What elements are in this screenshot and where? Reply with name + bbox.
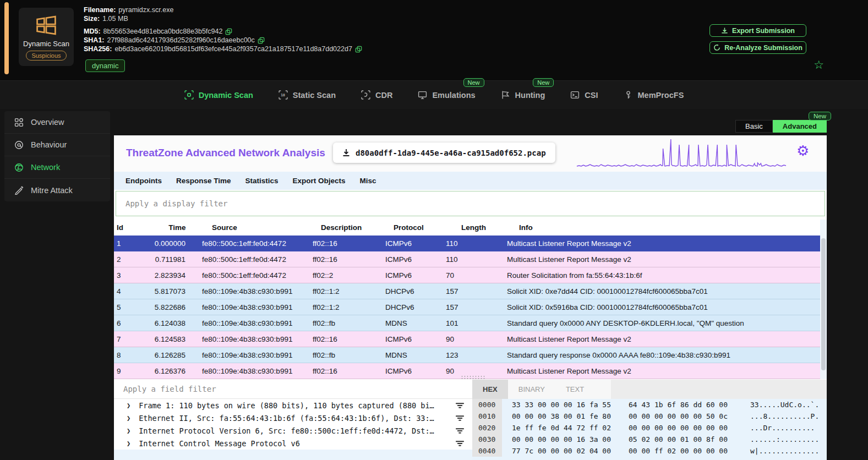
cell-description: ff02::16 [313, 367, 385, 375]
cell-id: 8 [114, 351, 152, 359]
table-scrollbar-thumb[interactable] [821, 238, 826, 370]
display-filter-input[interactable] [116, 191, 825, 216]
apply-filter-icon[interactable] [455, 414, 465, 422]
sidebar-item-behaviour[interactable]: Behaviour [4, 134, 110, 156]
export-submission-button[interactable]: Export Submission [709, 24, 806, 37]
apply-filter-icon[interactable] [455, 427, 465, 435]
mitre-icon [14, 185, 24, 195]
cell-length: 110 [446, 239, 507, 248]
tab-misc[interactable]: Misc [353, 177, 384, 185]
packet-row-7[interactable]: 76.124583fe80::109e:4b38:c930:b991ff02::… [114, 331, 820, 347]
hex-view-tab-binary[interactable]: BINARY [508, 380, 555, 399]
hex-bytes-1: 1e ff fe 0d 44 72 ff 02 [512, 424, 612, 432]
cell-id: 7 [114, 335, 152, 343]
protocol-tree-row-3[interactable]: ❯Internet Protocol Version 6, Src: fe80:… [114, 424, 472, 437]
cell-source: fe80::500c:1eff:fe0d:4472 [202, 239, 313, 248]
cell-description: ff02::16 [313, 239, 385, 248]
cell-description: ff02::fb [313, 351, 385, 359]
favorite-star-icon[interactable]: ☆ [814, 58, 824, 72]
cell-time: 6.126376 [152, 367, 202, 375]
tab-endpoints[interactable]: Endpoints [125, 177, 169, 185]
copy-md5-icon[interactable] [225, 28, 232, 35]
protocol-tree-row-2[interactable]: ❯Ethernet II, Src: fa:55:64:43:1b:6f (fa… [114, 412, 472, 424]
column-header-source[interactable]: Source [202, 223, 313, 232]
copy-sha1-icon[interactable] [258, 37, 265, 44]
sidebar-item-network[interactable]: Network [4, 156, 110, 179]
field-filter-input[interactable] [114, 380, 472, 399]
cell-description: ff02::1:2 [313, 287, 385, 295]
sidebar-item-label: Overview [31, 118, 64, 127]
column-header-id[interactable]: Id [114, 223, 152, 232]
sidebar-item-mitre-attack[interactable]: Mitre Attack [4, 179, 110, 201]
hex-view-tab-hex[interactable]: HEX [472, 380, 508, 399]
packet-row-6[interactable]: 66.124038fe80::109e:4b38:c930:b991ff02::… [114, 315, 820, 331]
copy-sha256-icon[interactable] [355, 46, 362, 53]
cell-length: 70 [446, 271, 507, 280]
cell-info: Multicast Listener Report Message v2 [507, 335, 820, 343]
hex-bytes-2: 64 43 1b 6f 86 dd 60 00 [629, 401, 728, 409]
tab-statistics[interactable]: Statistics [238, 177, 286, 185]
column-header-protocol[interactable]: Protocol [385, 223, 446, 232]
packet-row-2[interactable]: 20.711981fe80::500c:1eff:fe0d:4472ff02::… [114, 251, 820, 267]
mode-option-basic[interactable]: Basic [735, 120, 773, 133]
sha1-label: SHA1: [84, 36, 105, 45]
mode-option-advanced[interactable]: Advanced [773, 120, 827, 133]
protocol-tree-pane: ❯Frame 1: 110 bytes on wire (880 bits), … [114, 380, 472, 460]
cell-id: 3 [114, 271, 152, 280]
tab-response-time[interactable]: Response Time [169, 177, 238, 185]
nav-item-dynamic-scan[interactable]: Dynamic Scan [184, 90, 253, 100]
panel-resize-handle[interactable] [461, 375, 486, 380]
tab-export-objects[interactable]: Export Objects [286, 177, 353, 185]
column-header-time[interactable]: Time [152, 223, 202, 232]
cell-protocol: MDNS [385, 351, 446, 359]
column-header-description[interactable]: Description [313, 223, 385, 232]
protocol-tree-row-1[interactable]: ❯Frame 1: 110 bytes on wire (880 bits), … [114, 399, 472, 412]
sidebar-item-label: Mitre Attack [31, 186, 73, 195]
cell-time: 6.124583 [152, 335, 202, 343]
packet-row-8[interactable]: 86.126285fe80::109e:4b38:c930:b991ff02::… [114, 347, 820, 363]
hex-row-0040[interactable]: 004077 7c 00 00 00 02 04 0000 00 ff 02 0… [472, 445, 827, 457]
packet-row-4[interactable]: 45.817073fe80::109e:4b38:c930:b991ff02::… [114, 283, 820, 299]
hex-row-0010[interactable]: 001000 00 00 38 00 01 fe 8000 00 00 00 0… [472, 410, 827, 422]
sidebar-item-overview[interactable]: Overview [4, 111, 110, 134]
nav-item-csi[interactable]: CSI [570, 90, 598, 100]
cell-description: ff02::2 [313, 271, 385, 280]
nav-item-hunting[interactable]: HuntingNew [501, 90, 545, 100]
refresh-icon [713, 44, 720, 51]
hex-bytes-1: 33 33 00 00 00 16 fa 55 [512, 401, 612, 409]
pcap-download-button[interactable]: d80a0dff-1da9-445e-a46a-ca915ad0f652.pca… [333, 143, 555, 163]
reanalyze-submission-button[interactable]: Re-Analyze Submission [709, 41, 806, 54]
hex-view-tab-text[interactable]: TEXT [555, 380, 594, 399]
hex-bytes-1: 00 00 00 38 00 01 fe 80 [512, 412, 612, 420]
expand-chevron-icon[interactable]: ❯ [127, 440, 130, 447]
hex-bytes-2: 00 00 00 00 00 00 50 0c [629, 412, 728, 420]
expand-chevron-icon[interactable]: ❯ [127, 427, 130, 435]
nav-item-memprocfs[interactable]: MemProcFS [624, 90, 684, 100]
hex-row-0000[interactable]: 000033 33 00 00 00 16 fa 5564 43 1b 6f 8… [472, 399, 827, 410]
packet-row-3[interactable]: 32.823934fe80::500c:1eff:fe0d:4472ff02::… [114, 267, 820, 283]
apply-filter-icon[interactable] [455, 440, 465, 447]
nav-item-cdr[interactable]: CDR [361, 90, 392, 100]
sha1-value: 27f988ad6c42417936d25282f960c16daeebc00c [107, 36, 255, 45]
hex-row-0030[interactable]: 003000 00 00 00 00 16 3a 0005 02 00 00 0… [472, 434, 827, 445]
expand-chevron-icon[interactable]: ❯ [127, 402, 130, 409]
nav-item-emulations[interactable]: EmulationsNew [418, 90, 475, 100]
cell-time: 5.822686 [152, 303, 202, 311]
column-header-length[interactable]: Length [446, 223, 507, 232]
hex-bytes-1: 00 00 00 00 00 16 3a 00 [512, 435, 612, 443]
cell-length: 110 [446, 255, 507, 264]
dynamic-tag[interactable]: dynamic [85, 59, 125, 72]
emulations-icon [418, 90, 427, 100]
protocol-tree-row-4[interactable]: ❯Internet Control Message Protocol v6 [114, 437, 472, 450]
cell-source: fe80::500c:1eff:fe0d:4472 [202, 271, 313, 280]
nav-item-static-scan[interactable]: 10Static Scan [279, 90, 336, 100]
table-scrollbar [820, 220, 827, 379]
apply-filter-icon[interactable] [455, 402, 465, 409]
cell-info: Standard query 0x0000 ANY DESKTOP-6KDLER… [507, 319, 820, 327]
packet-row-5[interactable]: 55.822686fe80::109e:4b38:c930:b991ff02::… [114, 299, 820, 315]
settings-gear-icon[interactable]: ⚙ [796, 143, 809, 159]
column-header-info[interactable]: Info [507, 223, 820, 232]
packet-row-1[interactable]: 10.000000fe80::500c:1eff:fe0d:4472ff02::… [114, 236, 820, 251]
hex-row-0020[interactable]: 00201e ff fe 0d 44 72 ff 0200 00 00 00 0… [472, 422, 827, 434]
expand-chevron-icon[interactable]: ❯ [127, 414, 130, 422]
